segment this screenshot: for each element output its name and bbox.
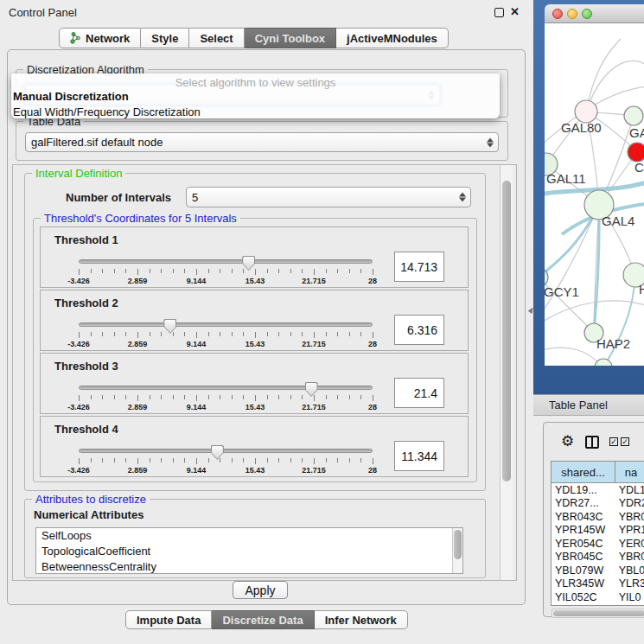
threshold-slider-thumb[interactable] bbox=[305, 382, 318, 397]
bottom-tab-discretize-data[interactable]: Discretize Data bbox=[212, 610, 314, 629]
network-node-label: GAL11 bbox=[546, 171, 586, 186]
shared-name-cell[interactable]: YBL079W bbox=[552, 564, 615, 577]
slider-tick-label: 21.715 bbox=[302, 277, 326, 285]
network-window-titlebar[interactable] bbox=[545, 4, 644, 23]
threshold-slider-track[interactable] bbox=[79, 386, 373, 390]
name-cell[interactable]: YIL0 bbox=[615, 591, 644, 603]
bottom-tab-infer-network[interactable]: Infer Network bbox=[315, 610, 408, 629]
threshold-value-field[interactable]: 14.713 bbox=[394, 252, 444, 282]
bottom-tab-impute-data[interactable]: Impute Data bbox=[125, 610, 212, 629]
table-row[interactable]: YPR145WYPR1 bbox=[552, 524, 644, 538]
threshold-slider-track[interactable] bbox=[79, 449, 373, 453]
table-row[interactable]: YDR27...YDR2 bbox=[552, 497, 644, 511]
network-edge bbox=[545, 348, 603, 366]
thresholds-group-title: Threshold's Coordinates for 5 Intervals bbox=[41, 212, 240, 225]
scrollbar-thumb[interactable] bbox=[553, 610, 644, 616]
name-cell[interactable]: YBL0 bbox=[615, 564, 644, 577]
slider-tick bbox=[326, 332, 327, 336]
close-traffic-light[interactable] bbox=[552, 9, 563, 19]
name-cell[interactable]: YER0 bbox=[615, 538, 644, 550]
numerical-attributes-list[interactable]: SelfLoopsTopologicalCoefficientBetweenne… bbox=[35, 527, 463, 574]
shared-name-cell[interactable]: YER054C bbox=[552, 538, 615, 550]
name-cell[interactable]: YDL1 bbox=[615, 484, 644, 496]
settings-vertical-scrollbar[interactable] bbox=[500, 165, 513, 580]
shared-name-cell[interactable]: YBR045C bbox=[552, 551, 615, 563]
minimize-traffic-light[interactable] bbox=[567, 9, 577, 19]
name-cell[interactable]: YDR2 bbox=[615, 497, 644, 509]
attributes-list-scrollbar[interactable] bbox=[452, 528, 462, 573]
num-intervals-spinner[interactable]: 5 bbox=[186, 187, 471, 207]
float-window-button[interactable] bbox=[494, 8, 504, 17]
table-row[interactable]: YBR045CYBR0 bbox=[552, 551, 644, 564]
tab-style[interactable]: Style bbox=[141, 28, 189, 48]
shared-name-cell[interactable]: YLR345W bbox=[552, 577, 615, 590]
network-node[interactable] bbox=[624, 106, 643, 125]
network-node[interactable] bbox=[628, 143, 644, 162]
name-cell[interactable]: YLR3 bbox=[615, 577, 644, 590]
threshold-value-field[interactable]: 21.4 bbox=[394, 378, 444, 408]
slider-thumb-face bbox=[306, 383, 317, 396]
attribute-item[interactable]: SelfLoops bbox=[36, 528, 462, 544]
tab-jactivemnodules[interactable]: jActiveMNodules bbox=[336, 28, 449, 48]
slider-tick bbox=[208, 269, 209, 273]
shared-name-cell[interactable]: YBR043C bbox=[552, 511, 615, 523]
table-row[interactable]: YBR043CYBR0 bbox=[552, 510, 644, 524]
table-row[interactable]: YBL079WYBL0 bbox=[552, 564, 644, 577]
slider-tick bbox=[79, 395, 80, 401]
shared-name-cell[interactable]: YDR27... bbox=[552, 497, 615, 509]
scrollbar-thumb[interactable] bbox=[502, 181, 511, 481]
slider-tick bbox=[255, 395, 256, 401]
slider-tick bbox=[360, 458, 361, 462]
threshold-slider-track[interactable] bbox=[79, 259, 373, 264]
shared-name-cell[interactable]: YPR145W bbox=[552, 524, 615, 536]
table-row[interactable]: YER054CYER0 bbox=[552, 537, 644, 551]
table-row[interactable]: YLR345WYLR3 bbox=[552, 577, 644, 591]
slider-tick bbox=[150, 269, 150, 273]
threshold-slider-thumb[interactable] bbox=[163, 319, 176, 334]
network-node-label: HAP2 bbox=[596, 336, 630, 351]
slider-tick bbox=[91, 269, 92, 273]
name-cell[interactable]: YPR1 bbox=[615, 524, 644, 536]
threshold-value-field[interactable]: 6.316 bbox=[394, 315, 444, 345]
slider-tick bbox=[137, 269, 138, 275]
slider-tick bbox=[184, 332, 185, 336]
column-header-name[interactable]: na bbox=[615, 462, 644, 483]
name-cell[interactable]: YBR0 bbox=[615, 511, 644, 523]
network-edge-highlighted bbox=[603, 275, 635, 366]
tab-cyni-toolbox[interactable]: Cyni Toolbox bbox=[245, 28, 336, 48]
slider-tick bbox=[373, 395, 373, 401]
zoom-traffic-light[interactable] bbox=[582, 9, 592, 19]
columns-icon[interactable] bbox=[585, 436, 599, 449]
attribute-item[interactable]: TopologicalCoefficient bbox=[36, 544, 462, 559]
table-row[interactable]: YIL052CYIL0 bbox=[552, 590, 644, 604]
close-window-button[interactable]: ✕ bbox=[510, 7, 520, 17]
threshold-slider-thumb[interactable] bbox=[242, 256, 255, 271]
threshold-slider-thumb[interactable] bbox=[211, 445, 224, 460]
slider-tick-label: -3.426 bbox=[67, 403, 90, 411]
tab-label: Style bbox=[151, 32, 178, 45]
shared-name-cell[interactable]: YDL19... bbox=[552, 484, 615, 496]
tab-network[interactable]: Network bbox=[59, 28, 141, 48]
table-horizontal-scrollbar[interactable] bbox=[552, 609, 644, 618]
slider-tick bbox=[360, 269, 361, 273]
threshold-value-field[interactable]: 11.344 bbox=[394, 441, 444, 471]
table-row[interactable]: YDL19...YDL1 bbox=[552, 483, 644, 497]
attribute-item[interactable]: BetweennessCentrality bbox=[36, 559, 462, 574]
slider-tick bbox=[196, 458, 197, 464]
checkbox-icon[interactable]: ✓ bbox=[609, 437, 618, 446]
algorithm-option-manual-discretization[interactable]: Manual Discretization bbox=[11, 89, 500, 105]
apply-button[interactable]: Apply bbox=[233, 581, 288, 599]
shared-name-cell[interactable]: YIL052C bbox=[552, 591, 615, 603]
slider-tick-label: 15.43 bbox=[245, 277, 265, 285]
algorithm-option-equal-width-frequency-discretization[interactable]: Equal Width/Frequency Discretization bbox=[11, 105, 500, 120]
threshold-slider-track[interactable] bbox=[79, 322, 373, 327]
column-header-shared-name[interactable]: shared... bbox=[552, 462, 615, 483]
tab-select[interactable]: Select bbox=[189, 28, 244, 48]
name-cell[interactable]: YBR0 bbox=[615, 551, 644, 563]
network-node[interactable] bbox=[595, 359, 612, 366]
checkbox-icon[interactable]: ✓ bbox=[621, 437, 629, 446]
table-data-combobox[interactable]: galFiltered.sif default node bbox=[25, 132, 499, 152]
scrollbar-thumb[interactable] bbox=[454, 530, 462, 559]
gear-icon[interactable]: ⚙ bbox=[561, 434, 574, 449]
network-canvas[interactable]: GAL80GACGAL11GAL4GCY1HHAP2 bbox=[545, 23, 644, 366]
